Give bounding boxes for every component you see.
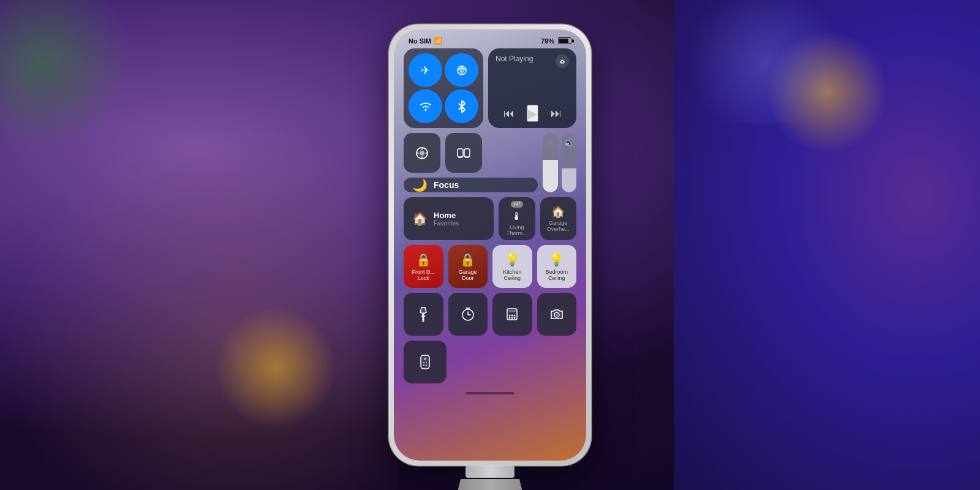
home-subtitle: Favorites bbox=[434, 220, 459, 227]
screen-lock-button[interactable] bbox=[404, 133, 440, 173]
carrier-label: No SIM bbox=[409, 37, 431, 45]
prev-button[interactable]: ⏮ bbox=[503, 107, 514, 120]
svg-point-11 bbox=[514, 315, 516, 317]
wifi-button[interactable] bbox=[409, 89, 442, 123]
svg-rect-4 bbox=[458, 149, 463, 157]
status-bar: No SIM 📶 79% bbox=[394, 29, 586, 48]
svg-point-9 bbox=[509, 315, 511, 317]
status-right: 79% bbox=[541, 37, 571, 45]
svg-point-18 bbox=[424, 358, 426, 360]
remote-button[interactable] bbox=[404, 341, 447, 383]
brightness-icon: ☀ bbox=[546, 138, 554, 148]
hand-area bbox=[0, 123, 398, 490]
cellular-button[interactable] bbox=[445, 53, 478, 87]
control-center: ✈ bbox=[394, 48, 586, 394]
left-controls: 🌙 Focus bbox=[404, 133, 538, 192]
wifi-icon: 📶 bbox=[434, 37, 442, 45]
phone-stand bbox=[453, 466, 527, 490]
next-button[interactable]: ⏭ bbox=[551, 107, 562, 120]
svg-point-3 bbox=[420, 151, 424, 156]
bg-blue bbox=[674, 0, 858, 123]
garage-door-label: GarageDoor bbox=[459, 269, 477, 281]
now-playing-title: Not Playing bbox=[496, 55, 533, 63]
row-connectivity-media: ✈ bbox=[404, 48, 576, 128]
phone-body: No SIM 📶 79% ✈ bbox=[389, 24, 591, 466]
thermostat-label: LivingTherm... bbox=[507, 224, 527, 236]
svg-rect-1 bbox=[560, 62, 564, 64]
row-remote bbox=[404, 341, 576, 383]
mirror-button[interactable] bbox=[445, 133, 482, 173]
timer-button[interactable] bbox=[448, 293, 488, 336]
brightness-fill bbox=[543, 160, 558, 192]
calculator-button[interactable] bbox=[492, 293, 532, 336]
svg-rect-20 bbox=[426, 362, 427, 363]
row-misc-focus-sliders: 🌙 Focus ☀ 🔈 bbox=[404, 133, 576, 192]
kitchen-ceiling-icon: 💡 bbox=[505, 252, 520, 267]
home-bar bbox=[466, 392, 514, 394]
row-utilities bbox=[404, 293, 576, 336]
airplane-mode-button[interactable]: ✈ bbox=[409, 53, 442, 87]
kitchen-ceiling-label: KitchenCeiling bbox=[503, 269, 521, 281]
airplay-button[interactable] bbox=[556, 55, 569, 68]
bedroom-ceiling-label: BedroomCeiling bbox=[545, 269, 568, 281]
bluetooth-button[interactable] bbox=[445, 89, 478, 123]
garage-door-icon: 🔒 bbox=[460, 252, 475, 267]
kitchen-ceiling-button[interactable]: 💡 KitchenCeiling bbox=[492, 245, 532, 288]
row-lock-mirror bbox=[404, 133, 538, 173]
svg-rect-19 bbox=[423, 362, 424, 363]
focus-button[interactable]: 🌙 Focus bbox=[404, 178, 538, 192]
svg-point-12 bbox=[509, 317, 511, 319]
volume-fill bbox=[562, 168, 577, 192]
status-left: No SIM 📶 bbox=[409, 37, 442, 45]
flashlight-button[interactable] bbox=[404, 293, 443, 336]
svg-rect-21 bbox=[423, 364, 424, 366]
now-playing-controls: ⏮ ▶ ⏭ bbox=[496, 105, 569, 122]
thermostat-badge: 74° bbox=[511, 201, 523, 208]
svg-point-10 bbox=[511, 315, 513, 317]
svg-rect-5 bbox=[464, 149, 470, 157]
home-title: Home bbox=[434, 211, 459, 220]
volume-icon: 🔈 bbox=[564, 138, 574, 148]
phone-container: No SIM 📶 79% ✈ bbox=[389, 24, 591, 466]
connectivity-grid: ✈ bbox=[404, 48, 483, 128]
svg-rect-22 bbox=[426, 364, 427, 366]
front-door-button[interactable]: 🔒 Front D...Lock bbox=[404, 245, 443, 288]
focus-label: Focus bbox=[434, 180, 459, 190]
play-button[interactable]: ▶ bbox=[527, 105, 538, 122]
bedroom-ceiling-icon: 💡 bbox=[549, 252, 564, 267]
garage-door-button[interactable]: 🔒 GarageDoor bbox=[448, 245, 488, 288]
home-text: Home Favorites bbox=[434, 211, 459, 227]
stand-base bbox=[453, 479, 527, 490]
garage-overhead-button[interactable]: 🏠 GarageOverhe... bbox=[540, 197, 577, 240]
moon-icon: 🌙 bbox=[412, 178, 428, 192]
bedroom-ceiling-button[interactable]: 💡 BedroomCeiling bbox=[537, 245, 577, 288]
svg-point-16 bbox=[556, 314, 558, 316]
battery-icon bbox=[558, 37, 571, 44]
camera-button[interactable] bbox=[537, 293, 577, 336]
front-door-icon: 🔒 bbox=[416, 252, 431, 267]
stand-top bbox=[466, 466, 514, 478]
row-home: 🏠 Home Favorites 74° 🌡 LivingTherm... 🏠 bbox=[404, 197, 576, 240]
svg-point-14 bbox=[514, 317, 516, 319]
now-playing-top: Not Playing bbox=[496, 55, 569, 68]
home-button[interactable]: 🏠 Home Favorites bbox=[404, 197, 494, 240]
battery-percent: 79% bbox=[541, 37, 554, 45]
battery-fill bbox=[559, 39, 568, 43]
thermostat-button[interactable]: 74° 🌡 LivingTherm... bbox=[499, 197, 535, 240]
sliders: ☀ 🔈 bbox=[543, 133, 576, 192]
now-playing-widget: Not Playing ⏮ ▶ ⏭ bbox=[488, 48, 576, 128]
home-indicator bbox=[404, 388, 576, 394]
brightness-slider[interactable]: ☀ bbox=[543, 133, 558, 192]
garage-overhead-icon: 🏠 bbox=[551, 205, 565, 219]
volume-slider[interactable]: 🔈 bbox=[562, 133, 577, 192]
front-door-label: Front D...Lock bbox=[412, 269, 435, 281]
svg-point-13 bbox=[511, 317, 513, 319]
thermostat-icon: 🌡 bbox=[511, 210, 522, 223]
garage-overhead-label: GarageOverhe... bbox=[547, 220, 570, 232]
phone-screen: No SIM 📶 79% ✈ bbox=[394, 29, 586, 461]
svg-rect-8 bbox=[508, 310, 516, 312]
row-locks: 🔒 Front D...Lock 🔒 GarageDoor 💡 KitchenC… bbox=[404, 245, 576, 288]
home-icon: 🏠 bbox=[412, 211, 428, 226]
svg-rect-17 bbox=[421, 355, 429, 369]
